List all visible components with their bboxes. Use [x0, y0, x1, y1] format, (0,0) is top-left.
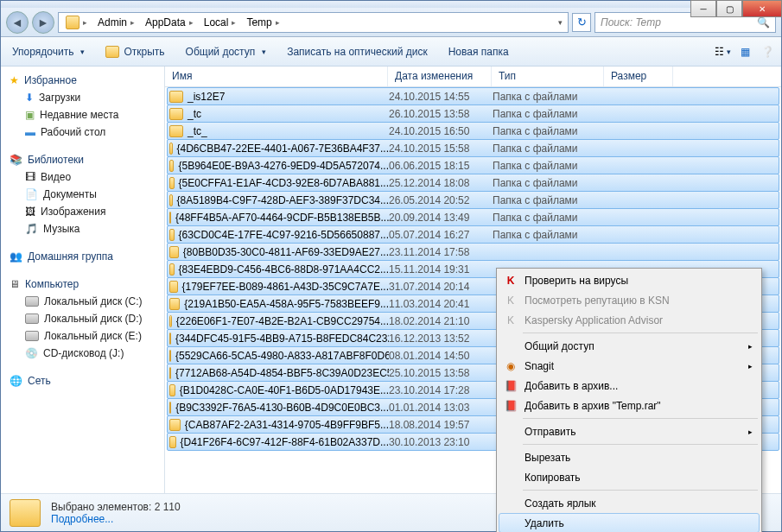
kaspersky-icon: K: [504, 294, 518, 307]
file-name: {63CD0C4E-17FE-4C97-9216-5D56650887...: [179, 229, 390, 241]
cm-ksn[interactable]: KПосмотреть репутацию в KSN: [499, 290, 760, 310]
sidebar-recent[interactable]: ▣Недавние места: [1, 106, 164, 124]
sidebar-drive-e[interactable]: Локальный диск (E:): [1, 327, 164, 345]
table-row[interactable]: {63CD0C4E-17FE-4C97-9216-5D56650887...05…: [167, 225, 779, 244]
help-button[interactable]: ❔: [760, 45, 774, 59]
folder-icon: [169, 402, 171, 414]
file-date: 08.01.2014 14:50: [389, 350, 493, 362]
maximize-button[interactable]: ▢: [716, 0, 742, 17]
table-row[interactable]: {5E0CFFA1-E1AF-4CD3-92E8-6D7ABA881...25.…: [167, 174, 779, 192]
preview-pane-button[interactable]: ▦: [738, 45, 752, 59]
col-type[interactable]: Тип: [492, 66, 604, 86]
crumb-local[interactable]: Local ▸: [199, 15, 242, 30]
sidebar-drive-d[interactable]: Локальный диск (D:): [1, 310, 164, 327]
network-header[interactable]: 🌐Сеть: [1, 372, 164, 390]
sidebar-video[interactable]: 🎞Видео: [1, 168, 164, 186]
col-name[interactable]: Имя: [165, 66, 388, 86]
sidebar-documents[interactable]: 📄Документы: [1, 186, 164, 203]
table-row[interactable]: {80BB0D35-30C0-4811-AF69-33ED9AE27...23.…: [167, 243, 779, 261]
table-row[interactable]: {8A5189B4-C9F7-428D-AEF3-389F37DC34...26…: [167, 191, 779, 209]
file-date: 23.11.2014 17:58: [389, 246, 493, 258]
sidebar-pictures[interactable]: 🖼Изображения: [1, 203, 164, 220]
doc-icon: 📄: [25, 188, 38, 200]
file-name: {219A1B50-EA5A-458A-95F5-7583BEEF9...: [184, 298, 389, 310]
table-row[interactable]: {48FF4B5A-AF70-4464-9CDF-B5B138EB5B...20…: [167, 208, 779, 226]
table-row[interactable]: _tc_24.10.2015 16:50Папка с файлами: [167, 122, 779, 140]
back-button[interactable]: ◄: [6, 11, 29, 34]
favorites-header[interactable]: ★Избранное: [1, 72, 164, 89]
cm-delete[interactable]: Удалить: [499, 513, 760, 532]
col-size[interactable]: Размер: [604, 66, 673, 86]
burn-button[interactable]: Записать на оптический диск: [283, 43, 432, 60]
status-selection: Выбрано элементов: 2 110: [51, 501, 181, 513]
folder-icon: [169, 367, 171, 379]
table-row[interactable]: _is12E724.10.2015 14:55Папка с файлами: [167, 87, 779, 105]
sidebar-desktop[interactable]: ▬Рабочий стол: [1, 124, 164, 141]
cm-kaa[interactable]: KKaspersky Application Advisor: [499, 310, 760, 330]
file-date: 18.08.2014 19:57: [389, 419, 493, 431]
sidebar-drive-c[interactable]: Локальный диск (C:): [1, 293, 164, 310]
context-menu: KПроверить на вирусы KПосмотреть репутац…: [496, 268, 762, 532]
folder-icon: [169, 315, 172, 327]
homegroup-header[interactable]: 👥Домашняя группа: [1, 248, 164, 265]
recent-icon: ▣: [25, 109, 35, 121]
table-row[interactable]: {5B964E0E-B9A3-4276-9ED9-4D5A572074...06…: [167, 156, 779, 174]
file-name: _tc_: [188, 125, 207, 137]
cm-copy[interactable]: Копировать: [499, 467, 760, 487]
col-date[interactable]: Дата изменения: [388, 66, 492, 86]
table-row[interactable]: {4D6CBB47-22EE-4401-A067-7E36BA4F37...24…: [167, 139, 779, 157]
file-name: {83E4EBD9-C456-4BC6-88D8-971AA4CC2...: [179, 263, 389, 276]
crumb-appdata[interactable]: AppData ▸: [140, 15, 199, 30]
sidebar: ★Избранное ⬇Загрузки ▣Недавние места ▬Ра…: [1, 66, 165, 493]
open-button[interactable]: Открыть: [101, 43, 168, 60]
file-date: 24.10.2015 16:50: [389, 125, 493, 137]
table-row[interactable]: _tc26.10.2015 13:58Папка с файлами: [167, 104, 779, 123]
file-date: 18.02.2014 21:10: [389, 315, 493, 327]
file-date: 25.10.2015 13:58: [389, 367, 493, 379]
crumb-admin[interactable]: Admin ▸: [92, 15, 140, 30]
cm-archive[interactable]: 📕Добавить в архив...: [499, 376, 760, 396]
folder-icon: [169, 160, 174, 172]
forward-button[interactable]: ►: [32, 11, 54, 34]
status-more-link[interactable]: Подробнее...: [51, 513, 181, 525]
newfolder-button[interactable]: Новая папка: [444, 43, 513, 60]
file-name: {5529CA66-5CA5-4980-A833-A817ABF8F0D6}: [175, 350, 389, 362]
file-date: 11.03.2014 20:41: [389, 298, 493, 310]
computer-header[interactable]: 🖥Компьютер: [1, 276, 164, 293]
file-name: {CAB87AF2-2A31-4314-9705-4B9FF9BF5...: [185, 419, 389, 431]
file-date: 30.10.2013 23:10: [389, 436, 493, 448]
close-button[interactable]: ✕: [742, 0, 782, 17]
refresh-button[interactable]: ↻: [572, 13, 591, 32]
minimize-button[interactable]: ─: [690, 0, 716, 17]
cm-send[interactable]: Отправить▸: [499, 421, 760, 441]
crumb-temp[interactable]: Temp ▸: [241, 15, 284, 30]
sidebar-downloads[interactable]: ⬇Загрузки: [1, 89, 164, 106]
drive-icon: [25, 296, 39, 307]
file-name: {5B964E0E-B9A3-4276-9ED9-4D5A572074...: [178, 160, 389, 172]
cm-share[interactable]: Общий доступ▸: [499, 336, 760, 356]
file-date: 31.07.2014 20:14: [389, 281, 493, 293]
file-name: {4D6CBB47-22EE-4401-A067-7E36BA4F37...: [177, 142, 390, 155]
file-date: 24.10.2015 14:55: [389, 91, 493, 103]
view-button[interactable]: ☷: [715, 45, 729, 59]
cm-cut[interactable]: Вырезать: [499, 447, 760, 467]
cm-snagit[interactable]: ◉Snagit▸: [499, 356, 760, 376]
organize-button[interactable]: Упорядочить: [8, 43, 89, 60]
computer-icon: 🖥: [10, 278, 20, 290]
cm-shortcut[interactable]: Создать ярлык: [499, 493, 760, 513]
winrar-icon: 📕: [504, 379, 518, 393]
file-type: Папка с файлами: [493, 212, 605, 224]
breadcrumb[interactable]: ▸ Admin ▸ AppData ▸ Local ▸ Temp ▸ ▾: [58, 12, 569, 33]
libraries-header[interactable]: 📚Библиотеки: [1, 151, 164, 168]
file-type: Папка с файлами: [493, 194, 605, 206]
cm-scan-virus[interactable]: KПроверить на вирусы: [499, 270, 760, 290]
cm-archive-temp[interactable]: 📕Добавить в архив "Temp.rar": [499, 396, 760, 415]
sidebar-music[interactable]: 🎵Музыка: [1, 220, 164, 238]
file-name: {8A5189B4-C9F7-428D-AEF3-389F37DC34...: [177, 194, 389, 206]
file-type: Папка с файлами: [493, 125, 605, 137]
file-name: {B9C3392F-76A5-4130-B60B-4D9C0E0BC3...: [175, 402, 389, 414]
share-button[interactable]: Общий доступ: [181, 43, 271, 60]
sidebar-drive-j[interactable]: 💿CD-дисковод (J:): [1, 345, 164, 362]
folder-icon: [169, 108, 183, 120]
file-date: 24.10.2015 15:58: [389, 142, 493, 155]
